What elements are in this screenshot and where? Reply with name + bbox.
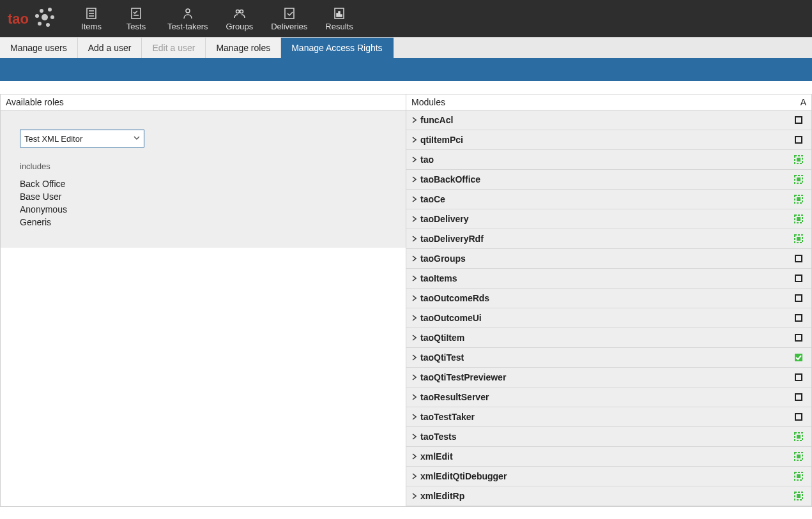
module-row: tao (406, 150, 811, 170)
module-name[interactable]: taoItems (420, 273, 457, 283)
available-roles-body: Test XML Editor includes Back OfficeBase… (1, 110, 406, 248)
module-name[interactable]: qtiItemPci (420, 135, 463, 145)
nav-item-deliveries[interactable]: Deliveries (262, 0, 316, 37)
modules-header: Modules (411, 97, 445, 107)
module-name[interactable]: taoTestTaker (420, 412, 475, 422)
role-select[interactable]: Test XML Editor (20, 130, 144, 147)
nav-item-label: Results (325, 22, 353, 31)
role-select-value: Test XML Editor (24, 134, 82, 144)
modules-header-row: Modules A (406, 94, 811, 110)
includes-list: Back OfficeBase UserAnonymousGeneris (20, 177, 387, 229)
module-name[interactable]: taoResultServer (420, 392, 489, 402)
module-checkbox[interactable] (793, 194, 804, 204)
module-checkbox[interactable] (793, 412, 804, 422)
module-checkbox[interactable] (793, 174, 804, 184)
module-checkbox[interactable] (793, 293, 804, 303)
module-name[interactable]: taoQtiItem (420, 333, 464, 343)
module-name[interactable]: taoCe (420, 194, 445, 204)
module-name[interactable]: taoGroups (420, 253, 466, 264)
nav-item-results[interactable]: Results (316, 0, 362, 37)
expand-icon[interactable] (411, 315, 418, 321)
module-checkbox[interactable] (793, 392, 804, 402)
overflow-column-letter: A (801, 97, 806, 107)
svg-rect-12 (132, 8, 141, 19)
svg-rect-36 (795, 295, 802, 301)
module-name[interactable]: taoQtiTest (420, 352, 464, 363)
svg-rect-23 (795, 137, 802, 143)
module-name[interactable]: taoBackOffice (420, 174, 480, 184)
tab-access-rights[interactable]: Manage Access Rights (281, 38, 393, 58)
expand-icon[interactable] (411, 414, 418, 420)
module-checkbox[interactable] (793, 154, 804, 165)
svg-rect-20 (339, 11, 340, 17)
expand-icon[interactable] (411, 335, 418, 341)
module-name[interactable]: taoDelivery (420, 214, 468, 224)
module-name[interactable]: xmlEditQtiDebugger (420, 471, 507, 481)
tab-manage-roles[interactable]: Manage roles (206, 38, 281, 58)
module-checkbox[interactable] (793, 135, 804, 145)
module-name[interactable]: xmlEdit (420, 451, 453, 462)
includes-item: Back Office (20, 177, 387, 190)
nav-item-items[interactable]: Items (69, 0, 114, 37)
module-checkbox[interactable] (793, 432, 804, 442)
nav-item-test-takers[interactable]: Test-takers (158, 0, 217, 37)
module-name[interactable]: taoOutcomeUi (420, 313, 482, 323)
expand-icon[interactable] (411, 255, 418, 262)
svg-rect-48 (797, 474, 801, 478)
module-row: taoDeliveryRdf (406, 229, 811, 249)
module-name[interactable]: taoOutcomeRds (420, 293, 489, 303)
svg-rect-41 (795, 394, 802, 400)
module-checkbox[interactable] (793, 253, 804, 264)
module-row: qtiItemPci (406, 130, 811, 150)
module-name[interactable]: xmlEditRp (420, 491, 464, 501)
module-row: taoCe (406, 190, 811, 209)
expand-icon[interactable] (411, 275, 418, 282)
svg-rect-33 (797, 237, 801, 241)
svg-rect-37 (795, 315, 802, 321)
module-checkbox[interactable] (793, 372, 804, 382)
expand-icon[interactable] (411, 236, 418, 242)
module-row: xmlEdit (406, 447, 811, 467)
expand-icon[interactable] (411, 196, 418, 202)
module-row: xmlEditQtiDebugger (406, 467, 811, 486)
module-name[interactable]: taoQtiTestPreviewer (420, 372, 506, 382)
module-checkbox[interactable] (793, 313, 804, 323)
expand-icon[interactable] (411, 473, 418, 479)
module-checkbox[interactable] (793, 352, 804, 363)
expand-icon[interactable] (411, 493, 418, 499)
tab-add-user[interactable]: Add a user (78, 38, 142, 58)
module-name[interactable]: taoTests (420, 432, 457, 442)
module-name[interactable]: funcAcl (420, 115, 453, 125)
includes-item: Base User (20, 190, 387, 203)
expand-icon[interactable] (411, 433, 418, 440)
expand-icon[interactable] (411, 295, 418, 301)
module-checkbox[interactable] (793, 451, 804, 462)
module-checkbox[interactable] (793, 471, 804, 481)
includes-item: Generis (20, 216, 387, 229)
expand-icon[interactable] (411, 137, 418, 143)
expand-icon[interactable] (411, 374, 418, 380)
expand-icon[interactable] (411, 156, 418, 163)
module-checkbox[interactable] (793, 214, 804, 224)
module-name[interactable]: taoDeliveryRdf (420, 234, 484, 244)
nav-item-tests[interactable]: Tests (114, 0, 158, 37)
expand-icon[interactable] (411, 117, 418, 123)
svg-rect-46 (797, 455, 801, 458)
module-checkbox[interactable] (793, 234, 804, 244)
nav-item-groups[interactable]: Groups (217, 0, 263, 37)
expand-icon[interactable] (411, 176, 418, 183)
expand-icon[interactable] (411, 216, 418, 222)
module-checkbox[interactable] (793, 273, 804, 283)
module-checkbox[interactable] (793, 115, 804, 125)
nav-item-label: Tests (126, 22, 146, 31)
expand-icon[interactable] (411, 354, 418, 361)
module-name[interactable]: tao (420, 154, 434, 165)
nav-items: ItemsTestsTest-takersGroupsDeliveriesRes… (69, 0, 362, 37)
tab-manage-users[interactable]: Manage users (0, 38, 78, 58)
logo: tao (0, 0, 69, 37)
expand-icon[interactable] (411, 453, 418, 460)
module-checkbox[interactable] (793, 333, 804, 343)
expand-icon[interactable] (411, 394, 418, 400)
module-row: taoOutcomeRds (406, 289, 811, 308)
module-checkbox[interactable] (793, 491, 804, 501)
